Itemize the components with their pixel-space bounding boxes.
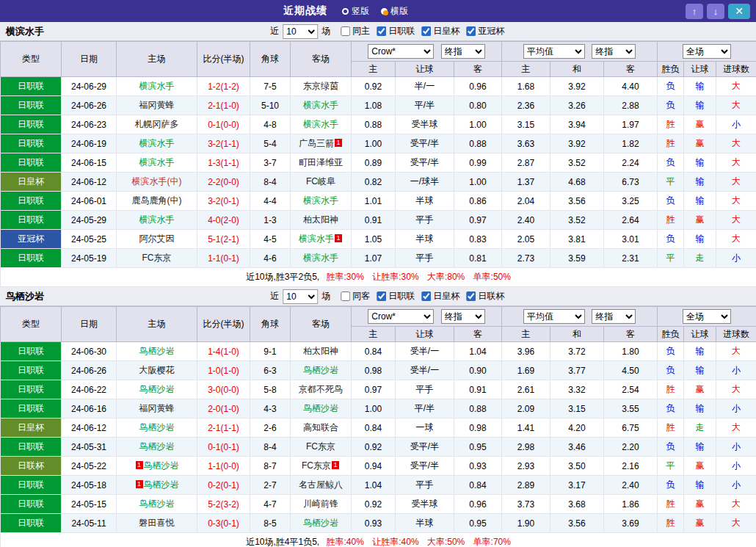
- home-team-link[interactable]: 1鸟栖沙岩: [135, 460, 179, 471]
- away-team-link[interactable]: 柏太阳神: [303, 346, 338, 356]
- home-team-link[interactable]: 鸟栖沙岩: [139, 422, 175, 432]
- home-team-link[interactable]: 横滨水手: [139, 138, 175, 148]
- checkbox-input[interactable]: [421, 291, 431, 301]
- odds-value: 0.88: [352, 115, 396, 134]
- home-team-link[interactable]: 鸟栖沙岩: [139, 499, 175, 509]
- filter-checkbox[interactable]: 日皇杯: [421, 25, 459, 37]
- filter-checkbox[interactable]: 同主: [341, 25, 370, 37]
- home-team-link[interactable]: 福冈黄蜂: [139, 403, 175, 413]
- match-row: 日职联24-06-01鹿岛鹿角(中)3-2(0-1)4-4横滨水手1.01半球0…: [1, 192, 756, 211]
- home-team-link[interactable]: 鸟栖沙岩: [139, 441, 175, 452]
- filter-checkbox[interactable]: 日职联: [377, 290, 415, 303]
- home-team-link[interactable]: 横滨水手: [139, 81, 175, 91]
- home-team-link[interactable]: 横滨水手(中): [132, 176, 182, 186]
- home-team-link[interactable]: 大阪樱花: [139, 365, 175, 375]
- away-team-link[interactable]: 柏太阳神: [303, 214, 338, 225]
- filter-checkbox[interactable]: 日联杯: [466, 290, 504, 303]
- home-team-cell: 横滨水手: [117, 153, 197, 173]
- checkbox-label: 同客: [352, 290, 370, 303]
- league-badge: 日职联: [1, 134, 62, 153]
- games-count-select[interactable]: 10: [283, 289, 318, 304]
- average-time-select[interactable]: 终指: [592, 309, 636, 324]
- checkbox-input[interactable]: [341, 291, 350, 301]
- match-row: 亚冠杯24-05-25阿尔艾因5-1(2-1)4-5横滨水手11.05半球0.8…: [1, 230, 756, 249]
- odds-time-select[interactable]: 终指: [441, 44, 485, 59]
- away-team-link[interactable]: 东京绿茵: [303, 81, 338, 91]
- move-up-button[interactable]: ↑: [686, 4, 703, 19]
- result-flag: 胜: [658, 514, 684, 533]
- home-team-link[interactable]: 磐田喜悦: [139, 518, 175, 528]
- away-team-link[interactable]: 横滨水手: [303, 100, 338, 110]
- away-team-link[interactable]: 横滨水手: [303, 253, 338, 263]
- home-team-link[interactable]: 1鸟栖沙岩: [135, 479, 179, 490]
- home-team-link[interactable]: 鸟栖沙岩: [139, 346, 175, 356]
- away-team-link[interactable]: 横滨水手: [303, 119, 338, 129]
- away-team-link[interactable]: FC东京1: [302, 460, 340, 471]
- filter-checkbox[interactable]: 同客: [341, 290, 370, 303]
- odds-value: 3.55: [604, 399, 658, 419]
- filter-checkbox[interactable]: 日皇杯: [421, 290, 459, 303]
- layout-radio-option[interactable]: 竖版: [342, 5, 369, 18]
- odds-time-select[interactable]: 终指: [441, 309, 485, 324]
- home-team-link[interactable]: 横滨水手: [139, 214, 175, 225]
- checkbox-input[interactable]: [466, 26, 476, 36]
- away-team-link[interactable]: 鸟栖沙岩: [303, 365, 338, 375]
- sub-header-home-odds: 主: [352, 327, 396, 342]
- odds-company-select[interactable]: Crow*: [368, 44, 434, 59]
- home-team-link[interactable]: 福冈黄蜂: [139, 100, 175, 110]
- checkbox-input[interactable]: [377, 26, 386, 36]
- result-scope-header: 全场: [658, 307, 756, 327]
- checkbox-input[interactable]: [341, 26, 350, 36]
- match-scope-select[interactable]: 全场: [683, 309, 731, 324]
- sub-header-draw-avg: 和: [550, 62, 604, 77]
- col-header-type: 类型: [1, 307, 62, 342]
- odds-value: 2.09: [502, 399, 550, 419]
- checkbox-input[interactable]: [377, 291, 386, 301]
- filter-checkbox[interactable]: 亚冠杯: [466, 25, 504, 37]
- corner-score: 3-7: [250, 153, 291, 173]
- away-team-link[interactable]: 町田泽维亚: [299, 157, 343, 167]
- match-score: 5-2(3-2): [197, 495, 250, 514]
- average-odds-select[interactable]: 平均值: [523, 44, 585, 59]
- layout-radio-selected[interactable]: 横版: [381, 5, 408, 18]
- match-score: 1-3(1-1): [197, 153, 250, 173]
- away-team-link[interactable]: 川崎前锋: [303, 499, 338, 509]
- odds-company-select[interactable]: Crow*: [368, 309, 434, 324]
- games-count-select[interactable]: 10: [283, 24, 318, 39]
- close-button[interactable]: ✕: [728, 4, 750, 19]
- match-row: 日职联24-06-23札幌冈萨多0-1(0-0)4-8横滨水手0.88受半球1.…: [1, 115, 756, 134]
- filter-checkbox[interactable]: 日职联: [377, 25, 415, 37]
- average-time-select[interactable]: 终指: [592, 44, 636, 59]
- home-team-cell: 横滨水手: [117, 77, 197, 96]
- home-team-link[interactable]: 鹿岛鹿角(中): [132, 195, 182, 206]
- team-name: 横滨水手: [6, 25, 44, 38]
- odds-value: 1.69: [502, 361, 550, 380]
- away-team-link[interactable]: 广岛三箭1: [299, 138, 343, 148]
- away-team-link[interactable]: FC东京: [306, 441, 335, 452]
- home-team-link[interactable]: FC东京: [142, 253, 172, 263]
- home-team-link[interactable]: 横滨水手: [139, 157, 175, 167]
- odds-value: 3.92: [550, 134, 604, 153]
- home-team-link[interactable]: 札幌冈萨多: [135, 119, 179, 129]
- checkbox-input[interactable]: [466, 291, 476, 301]
- corner-score: 8-4: [250, 173, 291, 192]
- home-team-link[interactable]: 鸟栖沙岩: [139, 384, 175, 394]
- away-team-link[interactable]: 京都不死鸟: [299, 384, 343, 394]
- odds-value: 0.89: [352, 153, 396, 173]
- away-team-link[interactable]: 横滨水手: [303, 195, 338, 206]
- home-team-cell: 福冈黄蜂: [117, 399, 197, 419]
- move-down-button[interactable]: ↓: [707, 4, 724, 19]
- average-odds-select[interactable]: 平均值: [523, 309, 585, 324]
- match-scope-select[interactable]: 全场: [683, 44, 731, 59]
- away-team-link[interactable]: 名古屋鲸八: [299, 479, 343, 490]
- checkbox-input[interactable]: [421, 26, 431, 36]
- odds-value: 一/球半: [396, 173, 454, 192]
- away-team-link[interactable]: 高知联合: [303, 422, 338, 432]
- league-badge: 日皇杯: [1, 173, 62, 192]
- away-team-link[interactable]: FC岐阜: [306, 176, 335, 186]
- home-team-link[interactable]: 阿尔艾因: [139, 233, 175, 244]
- away-team-link[interactable]: 横滨水手1: [299, 233, 343, 244]
- filter-checkboxes: 同主日职联日皇杯亚冠杯: [334, 25, 504, 37]
- away-team-link[interactable]: 鸟栖沙岩: [303, 403, 338, 413]
- away-team-link[interactable]: 鸟栖沙岩: [303, 518, 338, 528]
